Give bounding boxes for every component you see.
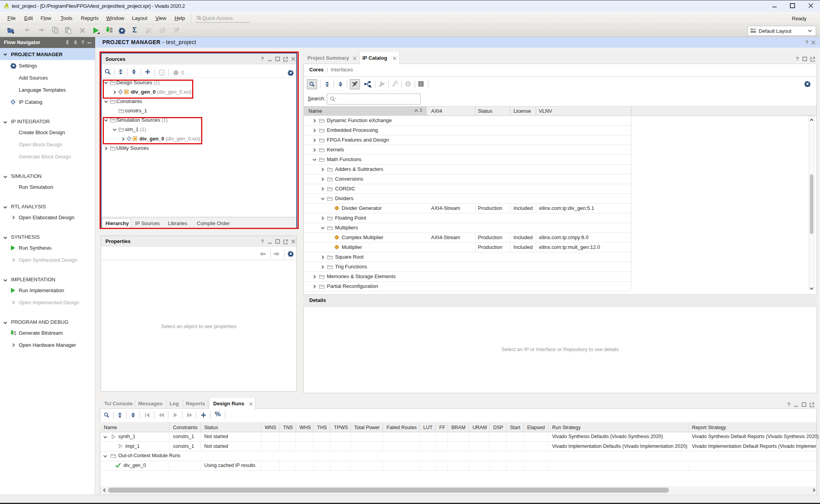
svg-text:i: i <box>420 82 421 86</box>
svg-text:10: 10 <box>110 30 113 33</box>
svg-text:01: 01 <box>110 27 113 30</box>
svg-text:10: 10 <box>14 333 16 335</box>
